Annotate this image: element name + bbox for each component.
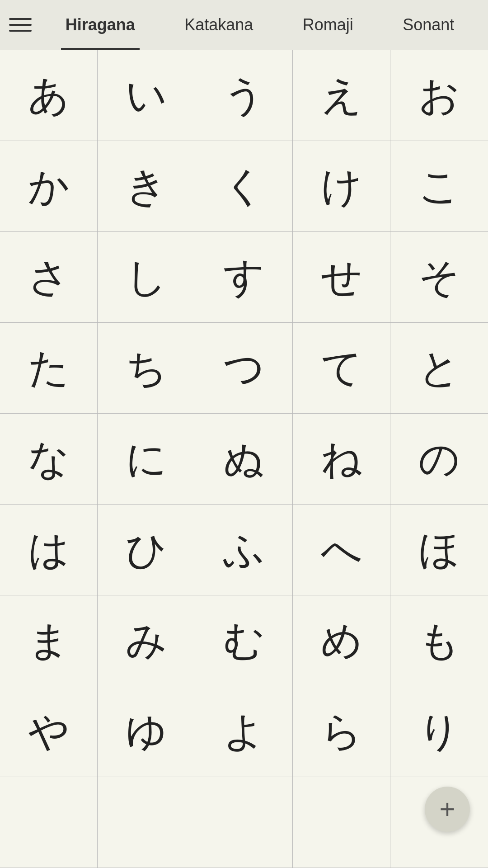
- grid-row: [0, 777, 488, 868]
- kana-cell[interactable]: な: [0, 414, 98, 504]
- grid-row: は ひ ふ へ ほ: [0, 505, 488, 595]
- kana-cell[interactable]: ほ: [390, 505, 488, 595]
- kana-cell[interactable]: て: [293, 323, 390, 413]
- kana-cell[interactable]: つ: [195, 323, 293, 413]
- kana-cell[interactable]: ね: [293, 414, 390, 504]
- kana-cell[interactable]: え: [293, 50, 390, 141]
- kana-cell[interactable]: い: [98, 50, 195, 141]
- kana-cell[interactable]: ぬ: [195, 414, 293, 504]
- add-button[interactable]: +: [425, 787, 470, 832]
- kana-cell[interactable]: こ: [390, 141, 488, 231]
- kana-cell[interactable]: そ: [390, 232, 488, 322]
- tab-hiragana[interactable]: Hiragana: [61, 0, 140, 50]
- tab-bar: Hiragana Katakana Romaji Sonant: [41, 0, 479, 50]
- grid-row: さ し す せ そ: [0, 232, 488, 323]
- kana-cell[interactable]: [98, 777, 195, 868]
- kana-cell[interactable]: う: [195, 50, 293, 141]
- tab-katakana[interactable]: Katakana: [180, 0, 258, 50]
- kana-cell[interactable]: ち: [98, 323, 195, 413]
- kana-cell[interactable]: よ: [195, 686, 293, 777]
- plus-icon: +: [439, 796, 455, 823]
- kana-cell[interactable]: す: [195, 232, 293, 322]
- tab-sonant[interactable]: Sonant: [398, 0, 459, 50]
- header: Hiragana Katakana Romaji Sonant: [0, 0, 488, 50]
- grid-row: た ち つ て と: [0, 323, 488, 414]
- grid-row: な に ぬ ね の: [0, 414, 488, 505]
- kana-cell[interactable]: ゆ: [98, 686, 195, 777]
- menu-button[interactable]: [9, 14, 32, 36]
- kana-cell[interactable]: り: [390, 686, 488, 777]
- kana-cell[interactable]: き: [98, 141, 195, 231]
- kana-cell[interactable]: も: [390, 595, 488, 686]
- tab-romaji[interactable]: Romaji: [298, 0, 358, 50]
- kana-cell[interactable]: の: [390, 414, 488, 504]
- kana-cell[interactable]: と: [390, 323, 488, 413]
- kana-cell[interactable]: [0, 777, 98, 868]
- grid-row: や ゆ よ ら り: [0, 686, 488, 777]
- kana-cell[interactable]: く: [195, 141, 293, 231]
- kana-cell[interactable]: た: [0, 323, 98, 413]
- grid-row: か き く け こ: [0, 141, 488, 232]
- kana-cell[interactable]: か: [0, 141, 98, 231]
- kana-cell[interactable]: け: [293, 141, 390, 231]
- kana-cell[interactable]: や: [0, 686, 98, 777]
- kana-cell[interactable]: し: [98, 232, 195, 322]
- kana-cell[interactable]: は: [0, 505, 98, 595]
- kana-cell[interactable]: み: [98, 595, 195, 686]
- kana-grid: あ い う え お か き く け こ さ し す せ そ た ち つ て と …: [0, 50, 488, 868]
- kana-cell[interactable]: お: [390, 50, 488, 141]
- kana-cell[interactable]: に: [98, 414, 195, 504]
- kana-cell[interactable]: へ: [293, 505, 390, 595]
- kana-cell[interactable]: あ: [0, 50, 98, 141]
- kana-cell[interactable]: ま: [0, 595, 98, 686]
- grid-row: ま み む め も: [0, 595, 488, 686]
- kana-cell[interactable]: め: [293, 595, 390, 686]
- kana-cell[interactable]: [195, 777, 293, 868]
- kana-cell[interactable]: せ: [293, 232, 390, 322]
- kana-cell[interactable]: ひ: [98, 505, 195, 595]
- kana-cell[interactable]: [293, 777, 390, 868]
- grid-row: あ い う え お: [0, 50, 488, 141]
- kana-cell[interactable]: さ: [0, 232, 98, 322]
- kana-cell[interactable]: む: [195, 595, 293, 686]
- kana-cell[interactable]: ふ: [195, 505, 293, 595]
- kana-cell[interactable]: ら: [293, 686, 390, 777]
